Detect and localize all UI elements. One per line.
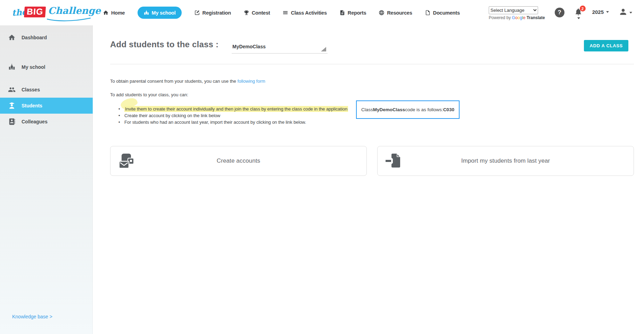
class-select-value: MyDemoClass xyxy=(232,44,266,49)
sidebar-item-students[interactable]: Students xyxy=(0,98,93,114)
nav-label: My school xyxy=(152,10,176,16)
list-lines-icon xyxy=(282,10,288,16)
main-content: Add students to the class : MyDemoClass … xyxy=(93,25,644,334)
language-translate-block: Select Language Powered by Google Transl… xyxy=(489,6,545,20)
help-icon[interactable]: ? xyxy=(555,8,564,17)
class-code-value: C030 xyxy=(443,107,454,112)
class-name: MyDemoClass xyxy=(373,107,405,112)
user-menu[interactable] xyxy=(619,7,632,16)
google-wordmark: Google xyxy=(512,15,526,20)
list-item: For students who had an account last yea… xyxy=(114,119,348,125)
big-challenge-logo[interactable]: the BIG Challenge xyxy=(12,4,88,22)
sidebar: Dashboard My school Classes Students Col… xyxy=(0,25,93,334)
report-document-icon xyxy=(339,10,345,16)
nav-label: Resources xyxy=(387,10,412,16)
sidebar-item-label: Students xyxy=(22,103,42,108)
logo-underline-swash xyxy=(47,18,92,22)
home-icon xyxy=(103,10,109,16)
nav-item-registration[interactable]: Registration xyxy=(194,10,231,16)
sidebar-item-colleagues[interactable]: Colleagues xyxy=(0,114,93,130)
google-translate-credit: Powered by Google Translate xyxy=(489,15,545,20)
nav-item-resources[interactable]: Resources xyxy=(379,10,412,16)
home-icon xyxy=(8,34,16,41)
nav-item-reports[interactable]: Reports xyxy=(339,10,366,16)
class-select[interactable]: MyDemoClass xyxy=(232,42,328,54)
sidebar-item-label: Colleagues xyxy=(22,119,48,124)
card-label: Create accounts xyxy=(217,157,260,164)
nav-label: Class Activities xyxy=(291,10,327,16)
contacts-book-icon xyxy=(8,118,16,125)
edit-square-icon xyxy=(194,10,200,16)
logo-challenge-text: Challenge xyxy=(48,5,101,16)
main-nav: Home My school Registration Contest Clas… xyxy=(103,7,460,19)
trophy-icon xyxy=(243,10,249,16)
create-accounts-icon xyxy=(118,153,135,169)
list-item: Invite them to create their account indi… xyxy=(114,106,348,112)
sidebar-item-label: Classes xyxy=(22,87,40,92)
knowledge-base-link[interactable]: Knowledge base > xyxy=(12,314,52,319)
school-building-icon xyxy=(143,10,149,16)
create-accounts-card[interactable]: Create accounts xyxy=(110,146,367,176)
card-label: Import my students from last year xyxy=(461,157,550,164)
school-building-icon xyxy=(8,63,16,71)
notifications-button[interactable]: 2 xyxy=(574,8,583,17)
sidebar-item-dashboard[interactable]: Dashboard xyxy=(0,30,93,46)
nav-label: Registration xyxy=(203,10,231,16)
nav-item-home[interactable]: Home xyxy=(103,10,125,16)
page-title: Add students to the class : xyxy=(110,40,218,49)
nav-item-class-activities[interactable]: Class Activities xyxy=(282,10,327,16)
year-value: 2025 xyxy=(592,9,604,15)
import-students-icon xyxy=(386,153,402,169)
caret-down-icon xyxy=(577,17,580,19)
caret-down-icon xyxy=(606,11,609,13)
nav-item-contest[interactable]: Contest xyxy=(243,10,270,16)
topbar-right-controls: Select Language Powered by Google Transl… xyxy=(489,5,632,20)
highlighted-text: Invite them to create their account indi… xyxy=(124,106,348,112)
list-item: Create their account by clicking on the … xyxy=(114,112,348,119)
globe-icon xyxy=(379,10,385,16)
nav-item-documents[interactable]: Documents xyxy=(425,10,460,16)
class-code-box: Class MyDemoClass code is as follows: C0… xyxy=(356,100,460,119)
notification-badge: 2 xyxy=(580,6,586,11)
nav-item-my-school[interactable]: My school xyxy=(138,7,182,19)
nav-label: Reports xyxy=(348,10,366,16)
following-form-link[interactable]: following form xyxy=(237,79,265,84)
caret-down-icon xyxy=(629,12,632,14)
nav-label: Home xyxy=(111,10,125,16)
logo-big-text: BIG xyxy=(24,7,46,17)
sidebar-item-label: Dashboard xyxy=(22,35,47,40)
sidebar-item-my-school[interactable]: My school xyxy=(0,59,93,75)
language-select[interactable]: Select Language xyxy=(489,6,538,14)
parental-consent-text: To obtain parental consent from your stu… xyxy=(110,79,265,84)
sidebar-item-classes[interactable]: Classes xyxy=(0,82,93,98)
add-students-intro: To add students to your class, you can: xyxy=(110,92,188,97)
nav-label: Contest xyxy=(252,10,270,16)
top-navigation-bar: the BIG Challenge Home My school Registr… xyxy=(0,0,644,25)
add-a-class-button[interactable]: ADD A CLASS xyxy=(584,40,628,51)
select-triangle-icon xyxy=(321,47,326,51)
sidebar-item-label: My school xyxy=(22,64,45,70)
student-graduate-icon xyxy=(8,102,16,109)
import-students-card[interactable]: Import my students from last year xyxy=(377,146,634,176)
header-divider xyxy=(110,64,634,64)
file-icon xyxy=(425,10,431,16)
year-dropdown[interactable]: 2025 xyxy=(592,9,609,15)
people-group-icon xyxy=(8,86,16,93)
nav-label: Documents xyxy=(433,10,460,16)
user-avatar-icon xyxy=(619,7,628,16)
instructions-list: Invite them to create their account indi… xyxy=(114,106,348,125)
